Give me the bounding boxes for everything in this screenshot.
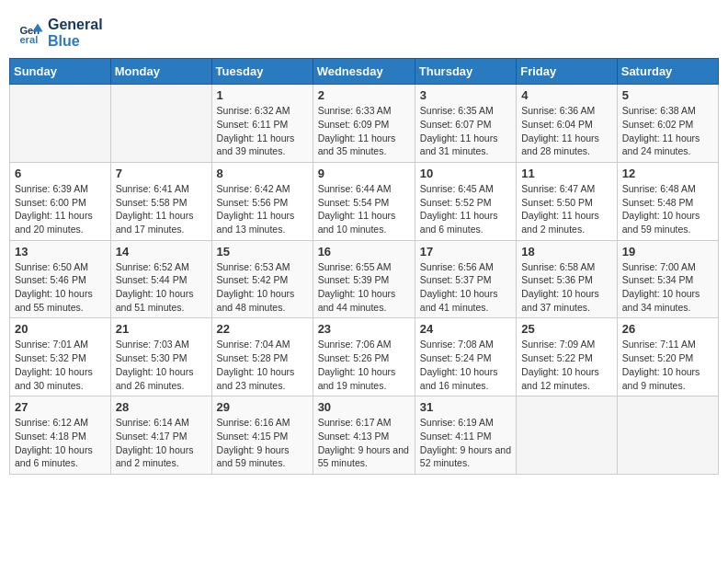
page-header: Gen eral General Blue	[9, 9, 719, 52]
logo-icon: Gen eral	[18, 20, 44, 46]
day-number: 24	[420, 322, 511, 336]
calendar-cell: 27Sunrise: 6:12 AM Sunset: 4:18 PM Dayli…	[10, 396, 111, 475]
calendar-cell: 9Sunrise: 6:44 AM Sunset: 5:54 PM Daylig…	[313, 162, 415, 240]
day-number: 19	[622, 245, 713, 259]
day-number: 11	[521, 167, 612, 180]
cell-content: Sunrise: 7:00 AM Sunset: 5:34 PM Dayligh…	[622, 260, 713, 315]
cell-content: Sunrise: 7:09 AM Sunset: 5:22 PM Dayligh…	[521, 338, 612, 392]
calendar-cell	[517, 396, 618, 475]
cell-content: Sunrise: 7:04 AM Sunset: 5:28 PM Dayligh…	[217, 338, 308, 392]
cell-content: Sunrise: 6:14 AM Sunset: 4:17 PM Dayligh…	[116, 416, 207, 470]
day-number: 7	[116, 167, 207, 180]
calendar-cell: 6Sunrise: 6:39 AM Sunset: 6:00 PM Daylig…	[10, 162, 111, 240]
day-of-week-header: Thursday	[415, 59, 516, 85]
calendar-cell: 19Sunrise: 7:00 AM Sunset: 5:34 PM Dayli…	[617, 240, 718, 318]
calendar-cell: 23Sunrise: 7:06 AM Sunset: 5:26 PM Dayli…	[313, 318, 415, 396]
cell-content: Sunrise: 6:52 AM Sunset: 5:44 PM Dayligh…	[116, 260, 207, 315]
cell-content: Sunrise: 6:56 AM Sunset: 5:37 PM Dayligh…	[420, 260, 511, 315]
calendar-cell: 11Sunrise: 6:47 AM Sunset: 5:50 PM Dayli…	[517, 162, 618, 240]
cell-content: Sunrise: 6:36 AM Sunset: 6:04 PM Dayligh…	[521, 104, 612, 158]
calendar-cell: 4Sunrise: 6:36 AM Sunset: 6:04 PM Daylig…	[517, 85, 618, 163]
day-of-week-header: Tuesday	[211, 59, 313, 85]
day-of-week-header: Monday	[110, 59, 211, 85]
day-of-week-header: Sunday	[10, 59, 111, 85]
calendar-cell: 24Sunrise: 7:08 AM Sunset: 5:24 PM Dayli…	[415, 318, 516, 396]
logo: Gen eral General Blue	[18, 17, 103, 49]
calendar-cell: 15Sunrise: 6:53 AM Sunset: 5:42 PM Dayli…	[211, 240, 313, 318]
calendar-cell: 29Sunrise: 6:16 AM Sunset: 4:15 PM Dayli…	[211, 396, 313, 475]
calendar-cell: 16Sunrise: 6:55 AM Sunset: 5:39 PM Dayli…	[313, 240, 415, 318]
day-number: 25	[521, 322, 612, 336]
day-number: 31	[420, 400, 511, 414]
day-number: 6	[15, 167, 106, 180]
day-number: 2	[318, 88, 410, 102]
calendar-cell: 8Sunrise: 6:42 AM Sunset: 5:56 PM Daylig…	[211, 162, 313, 240]
cell-content: Sunrise: 6:19 AM Sunset: 4:11 PM Dayligh…	[420, 416, 511, 470]
logo-text-line1: General	[48, 17, 103, 33]
calendar-cell: 31Sunrise: 6:19 AM Sunset: 4:11 PM Dayli…	[415, 396, 516, 475]
logo-text-line2: Blue	[48, 33, 103, 50]
cell-content: Sunrise: 6:45 AM Sunset: 5:52 PM Dayligh…	[420, 182, 511, 236]
calendar-cell	[617, 396, 718, 475]
cell-content: Sunrise: 6:39 AM Sunset: 6:00 PM Dayligh…	[15, 182, 106, 236]
day-number: 21	[116, 322, 207, 336]
cell-content: Sunrise: 6:38 AM Sunset: 6:02 PM Dayligh…	[622, 104, 713, 158]
calendar-cell: 25Sunrise: 7:09 AM Sunset: 5:22 PM Dayli…	[517, 318, 618, 396]
day-of-week-header: Saturday	[617, 59, 718, 85]
day-of-week-header: Wednesday	[313, 59, 415, 85]
calendar-cell: 10Sunrise: 6:45 AM Sunset: 5:52 PM Dayli…	[415, 162, 516, 240]
day-number: 1	[217, 88, 308, 102]
day-number: 9	[318, 167, 410, 180]
calendar-cell: 26Sunrise: 7:11 AM Sunset: 5:20 PM Dayli…	[617, 318, 718, 396]
calendar-week-row: 6Sunrise: 6:39 AM Sunset: 6:00 PM Daylig…	[10, 162, 719, 240]
calendar-table: SundayMondayTuesdayWednesdayThursdayFrid…	[9, 58, 719, 475]
day-number: 12	[622, 167, 713, 180]
calendar-week-row: 1Sunrise: 6:32 AM Sunset: 6:11 PM Daylig…	[10, 85, 719, 163]
calendar-cell: 22Sunrise: 7:04 AM Sunset: 5:28 PM Dayli…	[211, 318, 313, 396]
cell-content: Sunrise: 6:47 AM Sunset: 5:50 PM Dayligh…	[521, 182, 612, 236]
calendar-cell: 7Sunrise: 6:41 AM Sunset: 5:58 PM Daylig…	[110, 162, 211, 240]
cell-content: Sunrise: 7:08 AM Sunset: 5:24 PM Dayligh…	[420, 338, 511, 392]
calendar-cell: 28Sunrise: 6:14 AM Sunset: 4:17 PM Dayli…	[110, 396, 211, 475]
day-number: 28	[116, 400, 207, 414]
calendar-cell: 2Sunrise: 6:33 AM Sunset: 6:09 PM Daylig…	[313, 85, 415, 163]
calendar-cell	[10, 85, 111, 163]
cell-content: Sunrise: 6:50 AM Sunset: 5:46 PM Dayligh…	[15, 260, 106, 315]
calendar-header-row: SundayMondayTuesdayWednesdayThursdayFrid…	[10, 59, 719, 85]
calendar-cell: 3Sunrise: 6:35 AM Sunset: 6:07 PM Daylig…	[415, 85, 516, 163]
cell-content: Sunrise: 7:11 AM Sunset: 5:20 PM Dayligh…	[622, 338, 713, 392]
day-of-week-header: Friday	[517, 59, 618, 85]
calendar-cell	[110, 85, 211, 163]
cell-content: Sunrise: 7:06 AM Sunset: 5:26 PM Dayligh…	[318, 338, 410, 392]
cell-content: Sunrise: 6:42 AM Sunset: 5:56 PM Dayligh…	[217, 182, 308, 236]
day-number: 13	[15, 245, 106, 259]
cell-content: Sunrise: 7:01 AM Sunset: 5:32 PM Dayligh…	[15, 338, 106, 392]
day-number: 5	[622, 88, 713, 102]
cell-content: Sunrise: 6:58 AM Sunset: 5:36 PM Dayligh…	[521, 260, 612, 315]
day-number: 22	[217, 322, 308, 336]
cell-content: Sunrise: 6:48 AM Sunset: 5:48 PM Dayligh…	[622, 182, 713, 236]
calendar-cell: 20Sunrise: 7:01 AM Sunset: 5:32 PM Dayli…	[10, 318, 111, 396]
calendar-cell: 5Sunrise: 6:38 AM Sunset: 6:02 PM Daylig…	[617, 85, 718, 163]
day-number: 15	[217, 245, 308, 259]
cell-content: Sunrise: 6:55 AM Sunset: 5:39 PM Dayligh…	[318, 260, 410, 315]
calendar-cell: 17Sunrise: 6:56 AM Sunset: 5:37 PM Dayli…	[415, 240, 516, 318]
cell-content: Sunrise: 6:17 AM Sunset: 4:13 PM Dayligh…	[318, 416, 410, 470]
day-number: 4	[521, 88, 612, 102]
day-number: 30	[318, 400, 410, 414]
cell-content: Sunrise: 6:44 AM Sunset: 5:54 PM Dayligh…	[318, 182, 410, 236]
calendar-cell: 12Sunrise: 6:48 AM Sunset: 5:48 PM Dayli…	[617, 162, 718, 240]
day-number: 27	[15, 400, 106, 414]
day-number: 29	[217, 400, 308, 414]
cell-content: Sunrise: 7:03 AM Sunset: 5:30 PM Dayligh…	[116, 338, 207, 392]
cell-content: Sunrise: 6:12 AM Sunset: 4:18 PM Dayligh…	[15, 416, 106, 470]
cell-content: Sunrise: 6:41 AM Sunset: 5:58 PM Dayligh…	[116, 182, 207, 236]
day-number: 17	[420, 245, 511, 259]
calendar-week-row: 13Sunrise: 6:50 AM Sunset: 5:46 PM Dayli…	[10, 240, 719, 318]
calendar-week-row: 20Sunrise: 7:01 AM Sunset: 5:32 PM Dayli…	[10, 318, 719, 396]
day-number: 16	[318, 245, 410, 259]
day-number: 8	[217, 167, 308, 180]
calendar-cell: 30Sunrise: 6:17 AM Sunset: 4:13 PM Dayli…	[313, 396, 415, 475]
day-number: 20	[15, 322, 106, 336]
cell-content: Sunrise: 6:53 AM Sunset: 5:42 PM Dayligh…	[217, 260, 308, 315]
